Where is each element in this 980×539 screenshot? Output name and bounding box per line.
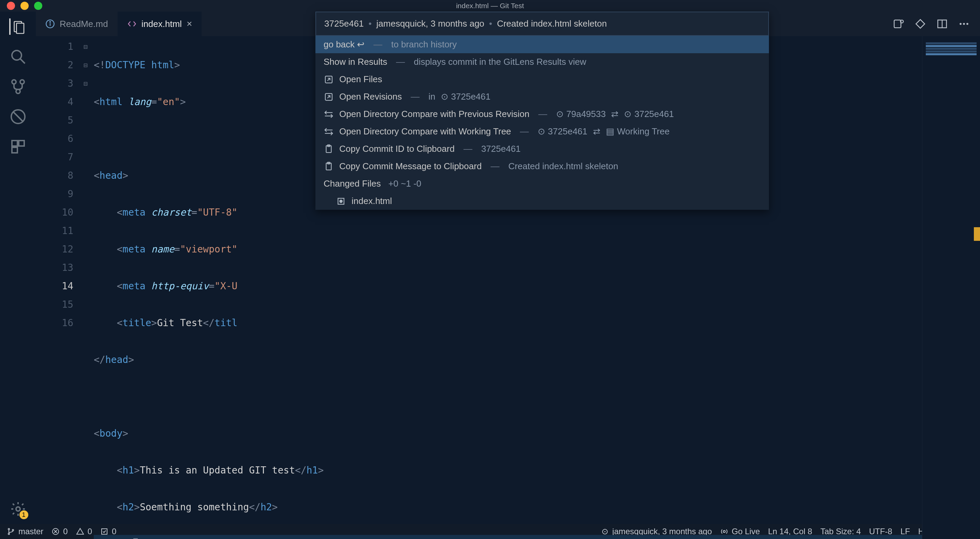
code-icon	[127, 19, 137, 29]
svg-point-39	[8, 533, 10, 534]
svg-point-2	[12, 51, 21, 60]
minimap[interactable]	[922, 36, 980, 539]
tab-readme[interactable]: ReadMe.md	[36, 11, 118, 36]
tab-label: ReadMe.md	[60, 19, 108, 29]
info-icon	[45, 19, 55, 29]
clipboard-icon	[324, 161, 334, 172]
commit-icon: ⊙	[441, 91, 449, 102]
commit-hash: 3725e461	[324, 18, 364, 29]
fold-icon: ⊟	[84, 74, 94, 93]
compare-icon	[324, 126, 334, 137]
svg-marker-18	[916, 19, 925, 28]
window-title: index.html — Git Test	[456, 2, 524, 10]
quickpick-item-changed-files[interactable]: Changed Files +0 ~1 -0	[315, 175, 769, 192]
compare-arrows-icon: ⇄	[611, 109, 619, 120]
quickpick-item-file[interactable]: index.html	[315, 192, 769, 210]
quickpick-item-open-files[interactable]: Open Files	[315, 71, 769, 88]
compare-icon	[324, 109, 334, 120]
line-number-gutter: 1234 5678 9101112 13141516	[36, 36, 84, 539]
svg-point-38	[8, 528, 10, 530]
svg-point-5	[20, 80, 24, 84]
settings-icon[interactable]: 1	[10, 501, 26, 517]
open-file-icon	[324, 74, 334, 85]
clipboard-icon	[324, 144, 334, 154]
quickpick-item-compare-previous[interactable]: Open Directory Compare with Previous Rev…	[315, 105, 769, 123]
fold-icon: ⊟	[84, 38, 94, 56]
quickpick-item-copy-id[interactable]: Copy Commit ID to Clipboard — 3725e461	[315, 140, 769, 158]
close-window-button[interactable]	[7, 2, 15, 10]
more-icon[interactable]	[958, 18, 970, 30]
quickpick-item-go-back[interactable]: go back ↩ — to branch history	[315, 36, 769, 53]
folder-icon: ▤	[606, 126, 614, 137]
explorer-icon[interactable]	[9, 18, 25, 35]
gitlens-diff-icon[interactable]	[915, 18, 926, 30]
svg-point-22	[963, 23, 965, 25]
git-branch-icon	[7, 528, 15, 536]
quickpick-item-copy-message[interactable]: Copy Commit Message to Clipboard — Creat…	[315, 158, 769, 175]
svg-point-4	[12, 80, 16, 84]
file-modified-icon	[336, 196, 346, 206]
commit-author: jamesqquick, 3 months ago	[377, 18, 485, 29]
open-file-icon	[324, 92, 334, 102]
svg-line-3	[20, 59, 25, 64]
tab-label: index.html	[142, 19, 182, 29]
svg-rect-16	[894, 20, 901, 28]
activity-bar: 1	[0, 11, 36, 524]
svg-point-37	[340, 200, 342, 203]
maximize-window-button[interactable]	[34, 2, 42, 10]
commit-icon: ⊙	[624, 109, 632, 120]
titlebar: index.html — Git Test	[0, 0, 980, 11]
minimap-caret	[974, 227, 980, 241]
fold-icon: ⊟	[84, 56, 94, 74]
quickpick-item-compare-working[interactable]: Open Directory Compare with Working Tree…	[315, 123, 769, 140]
svg-point-23	[966, 23, 969, 25]
source-control-icon[interactable]	[10, 78, 26, 95]
close-icon[interactable]: ×	[186, 18, 192, 29]
traffic-lights	[7, 2, 42, 10]
gitlens-toggle-icon[interactable]	[893, 18, 904, 30]
minimize-window-button[interactable]	[21, 2, 29, 10]
svg-point-21	[959, 23, 962, 25]
svg-point-12	[16, 507, 20, 511]
commit-message: Created index.html skeleton	[497, 18, 607, 29]
extensions-icon[interactable]	[10, 139, 26, 155]
svg-point-17	[900, 20, 904, 23]
commit-icon: ⊙	[556, 109, 564, 120]
commit-icon: ⊙	[538, 126, 545, 137]
svg-rect-10	[19, 140, 24, 146]
editor-toolbar	[893, 18, 980, 30]
svg-point-40	[12, 529, 14, 531]
quickpick-list: go back ↩ — to branch history Show in Re…	[315, 36, 769, 210]
gitlens-quickpick: 3725e461 • jamesqquick, 3 months ago • C…	[315, 11, 769, 210]
quickpick-item-open-revisions[interactable]: Open Revisions — in ⊙3725e461	[315, 88, 769, 105]
debug-icon[interactable]	[10, 108, 26, 125]
svg-rect-9	[12, 140, 18, 146]
svg-point-15	[50, 21, 51, 22]
search-icon[interactable]	[10, 48, 26, 65]
settings-badge: 1	[19, 510, 28, 519]
quickpick-item-show-results[interactable]: Show in Results — displays commit in the…	[315, 53, 769, 71]
svg-rect-1	[16, 23, 24, 33]
quickpick-header: 3725e461 • jamesqquick, 3 months ago • C…	[315, 11, 769, 36]
compare-arrows-icon: ⇄	[593, 126, 600, 137]
tab-index[interactable]: index.html ×	[118, 11, 202, 36]
svg-rect-11	[12, 147, 18, 153]
fold-gutter[interactable]: ⊟⊟ ⊟	[84, 36, 94, 539]
split-editor-icon[interactable]	[936, 18, 948, 30]
svg-line-8	[13, 112, 23, 121]
